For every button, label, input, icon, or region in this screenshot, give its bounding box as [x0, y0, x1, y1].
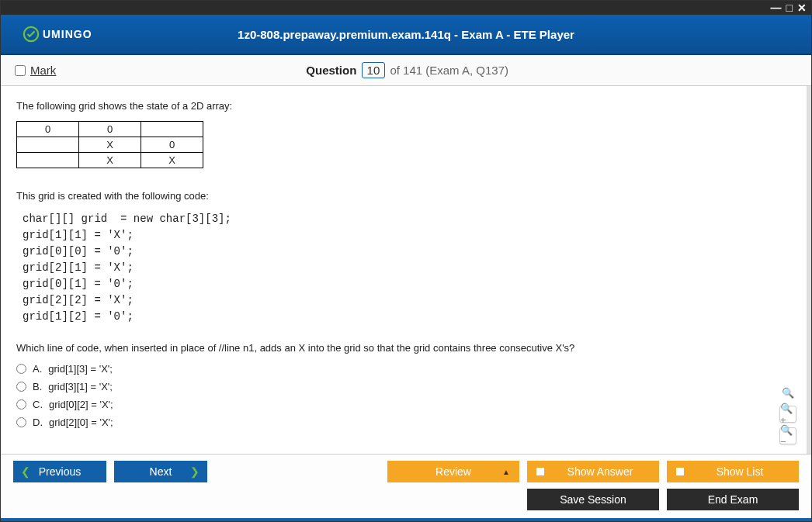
button-label: Previous [39, 465, 81, 478]
logo: UMINGO [23, 26, 92, 43]
bottom-border [1, 518, 811, 521]
button-label: Save Session [560, 493, 626, 506]
option-letter: A. [33, 363, 42, 375]
option-radio[interactable] [16, 382, 26, 392]
chevron-right-icon: ❯ [190, 465, 200, 478]
cell [17, 137, 79, 153]
option-c[interactable]: C. grid[0][2] = 'X'; [16, 399, 791, 410]
option-radio[interactable] [16, 417, 26, 427]
maximize-icon[interactable]: □ [786, 2, 793, 13]
stop-icon [676, 468, 684, 475]
checkmark-icon [23, 26, 40, 43]
cell [141, 122, 203, 137]
zoom-in-icon[interactable]: 🔍+ [779, 406, 796, 423]
save-session-button[interactable]: Save Session [527, 489, 659, 510]
mark-area: Mark [15, 64, 56, 77]
cell [17, 153, 79, 168]
header: UMINGO 1z0-808.prepaway.premium.exam.141… [1, 15, 811, 55]
previous-button[interactable]: ❮ Previous [13, 461, 106, 482]
close-icon[interactable]: ✕ [797, 2, 807, 13]
cell: X [79, 137, 141, 153]
titlebar: — □ ✕ [1, 1, 811, 15]
review-button[interactable]: Review ▲ [387, 461, 519, 482]
zoom-tools: 🔍 🔍+ 🔍− [779, 384, 796, 444]
option-text: grid[2][0] = 'X'; [49, 417, 113, 428]
cell: 0 [17, 122, 79, 137]
button-label: Next [150, 465, 172, 478]
grid-table: 00 X0 XX [16, 121, 203, 168]
mark-checkbox[interactable] [15, 65, 26, 76]
code-block: char[][] grid = new char[3][3]; grid[1][… [23, 211, 791, 325]
logo-text: UMINGO [43, 28, 92, 40]
question-content: The following grid shows the state of a … [1, 86, 811, 454]
question-word: Question [306, 64, 356, 77]
question-bar: Mark Question 10 of 141 (Exam A, Q137) [1, 55, 811, 86]
cell: 0 [141, 137, 203, 153]
option-a[interactable]: A. grid[1][3] = 'X'; [16, 363, 791, 375]
question-number[interactable]: 10 [362, 62, 386, 78]
question-indicator: Question 10 of 141 (Exam A, Q137) [56, 62, 758, 78]
button-row-2: Save Session End Exam [13, 489, 799, 510]
option-text: grid[1][3] = 'X'; [48, 363, 113, 375]
option-radio[interactable] [16, 399, 26, 410]
button-label: End Exam [708, 493, 758, 506]
button-label: Show Answer [567, 465, 633, 478]
app-window: — □ ✕ UMINGO 1z0-808.prepaway.premium.ex… [0, 0, 812, 522]
chevron-left-icon: ❮ [21, 465, 30, 478]
option-letter: B. [33, 381, 42, 392]
cell: X [79, 153, 141, 168]
triangle-up-icon: ▲ [502, 468, 510, 476]
option-d[interactable]: D. grid[2][0] = 'X'; [16, 417, 791, 428]
options-list: A. grid[1][3] = 'X'; B. grid[3][1] = 'X'… [16, 363, 791, 428]
prompt-2: This grid is created with the following … [16, 190, 791, 202]
footer: ❮ Previous Next ❯ Review ▲ Show Answer S… [1, 454, 811, 518]
button-label: Show List [717, 465, 764, 478]
stop-icon [536, 468, 544, 475]
question-total: of 141 (Exam A, Q137) [390, 64, 508, 77]
search-icon[interactable]: 🔍 [779, 384, 796, 401]
next-button[interactable]: Next ❯ [114, 461, 207, 482]
header-title: 1z0-808.prepaway.premium.exam.141q - Exa… [238, 28, 574, 41]
prompt-1: The following grid shows the state of a … [16, 100, 791, 112]
button-label: Review [435, 465, 471, 478]
button-row-1: ❮ Previous Next ❯ Review ▲ Show Answer S… [13, 461, 799, 482]
cell: X [141, 153, 203, 168]
prompt-3: Which line of code, when inserted in pla… [16, 342, 791, 354]
mark-label[interactable]: Mark [30, 64, 56, 77]
option-letter: C. [33, 399, 43, 410]
show-list-button[interactable]: Show List [667, 461, 799, 482]
option-radio[interactable] [16, 364, 26, 374]
minimize-icon[interactable]: — [771, 2, 782, 13]
cell: 0 [79, 122, 141, 137]
show-answer-button[interactable]: Show Answer [527, 461, 659, 482]
end-exam-button[interactable]: End Exam [667, 489, 799, 510]
option-letter: D. [33, 417, 43, 428]
option-text: grid[0][2] = 'X'; [49, 399, 113, 410]
option-text: grid[3][1] = 'X'; [48, 381, 113, 392]
option-b[interactable]: B. grid[3][1] = 'X'; [16, 381, 791, 392]
zoom-out-icon[interactable]: 🔍− [779, 427, 796, 444]
